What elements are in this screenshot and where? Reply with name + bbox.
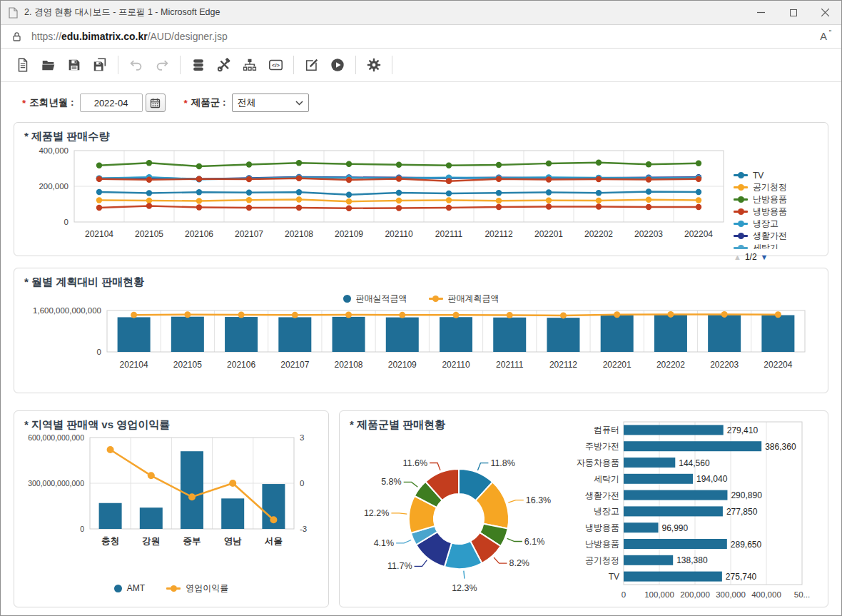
data-point[interactable] xyxy=(346,198,352,204)
data-point[interactable] xyxy=(646,188,651,194)
save-as-button[interactable] xyxy=(87,52,113,78)
minimize-button[interactable] xyxy=(745,1,777,24)
data-point[interactable] xyxy=(296,160,302,166)
data-point[interactable] xyxy=(396,190,402,196)
data-point[interactable] xyxy=(596,198,602,203)
data-point[interactable] xyxy=(96,163,102,168)
data-point[interactable] xyxy=(188,493,196,500)
data-point[interactable] xyxy=(696,176,701,182)
bar[interactable] xyxy=(140,508,163,529)
date-input[interactable] xyxy=(80,94,143,112)
bar[interactable] xyxy=(654,315,687,352)
data-point[interactable] xyxy=(345,311,352,318)
data-point[interactable] xyxy=(396,176,402,181)
legend-item[interactable]: 판매실적금액 xyxy=(343,292,407,305)
legend-item[interactable]: 세탁기 xyxy=(734,242,818,249)
data-point[interactable] xyxy=(596,160,602,166)
data-point[interactable] xyxy=(446,205,452,211)
data-point[interactable] xyxy=(346,206,352,211)
data-point[interactable] xyxy=(196,189,202,195)
calendar-button[interactable] xyxy=(146,94,166,112)
data-point[interactable] xyxy=(107,446,114,453)
bar[interactable] xyxy=(708,315,741,352)
data-point[interactable] xyxy=(775,311,781,318)
bar[interactable] xyxy=(171,317,204,352)
hierarchy-button[interactable] xyxy=(237,52,263,78)
data-point[interactable] xyxy=(446,191,452,196)
legend-item[interactable]: 영업이익률 xyxy=(166,582,228,595)
data-point[interactable] xyxy=(246,205,252,211)
data-point[interactable] xyxy=(131,312,137,318)
data-point[interactable] xyxy=(507,312,513,318)
undo-button[interactable] xyxy=(123,52,149,78)
data-point[interactable] xyxy=(696,204,701,210)
bar[interactable] xyxy=(624,474,693,484)
data-point[interactable] xyxy=(560,312,567,318)
data-point[interactable] xyxy=(296,176,302,181)
bar[interactable] xyxy=(624,555,673,565)
data-point[interactable] xyxy=(596,176,602,182)
bar[interactable] xyxy=(386,318,419,352)
data-point[interactable] xyxy=(496,204,502,210)
legend-item[interactable]: 냉장고 xyxy=(734,218,818,230)
data-point[interactable] xyxy=(246,176,252,182)
open-folder-button[interactable] xyxy=(36,52,61,78)
bar[interactable] xyxy=(601,315,634,352)
data-point[interactable] xyxy=(496,176,502,182)
data-point[interactable] xyxy=(546,176,552,182)
data-point[interactable] xyxy=(246,161,252,167)
data-point[interactable] xyxy=(96,176,102,182)
legend-item[interactable]: 난방용품 xyxy=(734,193,818,206)
data-point[interactable] xyxy=(96,189,102,195)
data-point[interactable] xyxy=(196,198,202,203)
bar[interactable] xyxy=(624,458,675,468)
bar[interactable] xyxy=(181,451,203,529)
data-point[interactable] xyxy=(346,161,352,167)
bar[interactable] xyxy=(624,425,724,435)
legend-item[interactable]: TV xyxy=(734,169,818,181)
bar[interactable] xyxy=(624,441,761,451)
bar[interactable] xyxy=(118,317,151,352)
data-point[interactable] xyxy=(96,205,102,211)
data-point[interactable] xyxy=(646,161,651,167)
data-point[interactable] xyxy=(546,198,552,203)
bar[interactable] xyxy=(547,318,579,352)
legend-page-up-button[interactable]: ▲ xyxy=(734,253,741,261)
data-point[interactable] xyxy=(546,189,552,195)
data-point[interactable] xyxy=(346,192,352,198)
bar[interactable] xyxy=(624,572,722,582)
bar[interactable] xyxy=(333,317,365,352)
legend-item[interactable]: 생활가전 xyxy=(734,230,818,242)
bar[interactable] xyxy=(221,498,244,529)
data-point[interactable] xyxy=(246,197,252,203)
maximize-button[interactable] xyxy=(777,1,809,24)
data-point[interactable] xyxy=(399,312,405,318)
data-point[interactable] xyxy=(696,189,701,195)
data-point[interactable] xyxy=(596,190,602,196)
edit-button[interactable] xyxy=(299,52,325,78)
data-point[interactable] xyxy=(646,204,651,210)
product-select[interactable]: 전체 xyxy=(232,94,309,112)
redo-button[interactable] xyxy=(149,52,175,78)
data-point[interactable] xyxy=(453,312,460,318)
data-point[interactable] xyxy=(296,196,302,202)
data-point[interactable] xyxy=(396,162,402,168)
data-point[interactable] xyxy=(96,197,102,203)
bar[interactable] xyxy=(624,539,727,549)
database-button[interactable] xyxy=(186,52,211,78)
data-point[interactable] xyxy=(146,190,152,196)
data-point[interactable] xyxy=(696,161,701,166)
data-point[interactable] xyxy=(721,311,728,318)
data-point[interactable] xyxy=(270,516,277,523)
lock-icon[interactable] xyxy=(12,31,21,42)
bar[interactable] xyxy=(624,522,658,532)
bar[interactable] xyxy=(99,503,122,529)
data-point[interactable] xyxy=(296,189,302,195)
legend-page-down-button[interactable]: ▼ xyxy=(761,253,769,261)
data-point[interactable] xyxy=(646,176,651,182)
data-point[interactable] xyxy=(396,198,402,203)
close-button[interactable] xyxy=(809,1,841,24)
legend-item[interactable]: 판매계획금액 xyxy=(429,292,499,305)
data-point[interactable] xyxy=(196,176,202,182)
data-point[interactable] xyxy=(614,311,620,318)
